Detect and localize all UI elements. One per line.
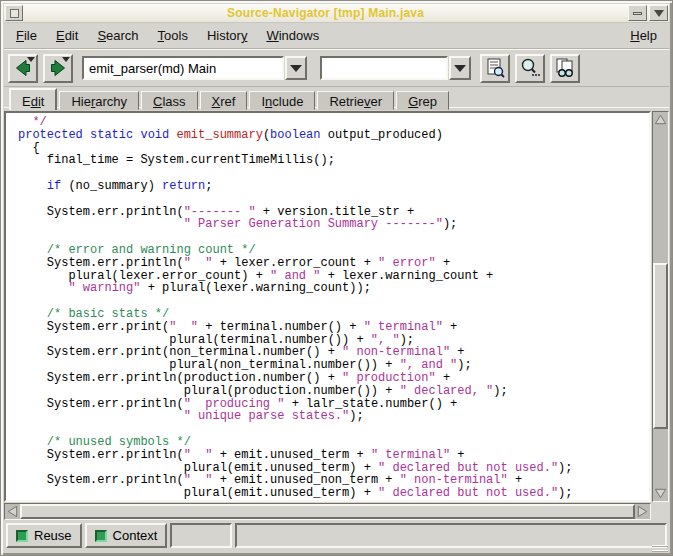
code-line: if (no_summary) return; xyxy=(18,180,649,193)
chevron-down-icon xyxy=(290,65,302,72)
search-combobox xyxy=(320,56,471,80)
source-navigator-window: Source-Navigator [tmp] Main.java FileEdi… xyxy=(0,0,673,556)
context-label: Context xyxy=(113,528,158,543)
tab-grep[interactable]: Grep xyxy=(396,91,449,110)
status-bar: Reuse Context xyxy=(4,520,669,552)
status-panel-message xyxy=(235,523,667,548)
window-menu-icon xyxy=(10,9,19,18)
mnemonic-underline: W xyxy=(266,28,278,43)
forward-history-caret-icon[interactable] xyxy=(62,57,70,62)
mnemonic-underline: v xyxy=(364,94,371,109)
symbol-combobox-button[interactable] xyxy=(285,56,307,80)
document-magnifier-icon xyxy=(484,57,506,79)
tab-class[interactable]: Class xyxy=(141,91,198,110)
mnemonic-underline: F xyxy=(16,28,24,43)
status-panel-line xyxy=(170,523,232,548)
reuse-checkbox-indicator xyxy=(16,530,28,542)
triangle-down-icon xyxy=(654,10,664,17)
minimize-icon xyxy=(633,12,642,15)
editor-view-button[interactable] xyxy=(480,54,510,83)
tab-xref[interactable]: Xref xyxy=(200,91,248,110)
mnemonic-underline: E xyxy=(56,28,65,43)
forward-button[interactable] xyxy=(43,54,73,83)
search-combobox-button[interactable] xyxy=(449,56,471,80)
tab-edit[interactable]: Edit xyxy=(9,88,57,110)
documents-binoculars-icon xyxy=(554,57,576,79)
vertical-scrollbar[interactable] xyxy=(652,111,669,502)
window-title: Source-Navigator [tmp] Main.java xyxy=(23,6,628,20)
symbol-combobox: emit_parser(md) Main xyxy=(82,56,307,80)
menu-tools[interactable]: Tools xyxy=(158,28,188,43)
editor-pane: */protected static void emit_summary(boo… xyxy=(4,111,669,502)
vertical-scroll-trough[interactable] xyxy=(653,127,668,486)
mnemonic-underline: X xyxy=(212,94,221,109)
mnemonic-underline: H xyxy=(630,28,639,43)
vertical-scroll-thumb[interactable] xyxy=(653,263,668,428)
back-button[interactable] xyxy=(8,54,38,83)
scroll-left-button[interactable] xyxy=(5,504,20,519)
mnemonic-underline: G xyxy=(408,94,418,109)
triangle-down-icon xyxy=(654,487,667,500)
code-line: final_time = System.currentTimeMillis(); xyxy=(18,154,649,167)
code-line: " Parser Generation Summary -------"); xyxy=(18,218,649,231)
search-button[interactable] xyxy=(515,54,545,83)
reuse-label: Reuse xyxy=(34,528,72,543)
symbol-combobox-entry[interactable]: emit_parser(md) Main xyxy=(82,56,284,80)
horizontal-scroll-thumb[interactable] xyxy=(20,504,635,519)
triangle-right-icon xyxy=(636,505,649,518)
triangle-left-icon xyxy=(6,505,19,518)
code-line: plural(emit.unused_term) + " declared bu… xyxy=(18,487,649,500)
search-combobox-entry[interactable] xyxy=(320,56,448,80)
menu-search[interactable]: Search xyxy=(97,28,138,43)
menu-history[interactable]: History xyxy=(207,28,247,43)
menu-bar: FileEditSearchToolsHistoryWindows Help xyxy=(4,23,669,49)
scroll-right-button[interactable] xyxy=(635,504,650,519)
scroll-down-button[interactable] xyxy=(653,486,668,501)
menu-windows[interactable]: Windows xyxy=(266,28,319,43)
reuse-toggle[interactable]: Reuse xyxy=(6,523,82,548)
tab-hierarchy[interactable]: Hierarchy xyxy=(59,91,139,110)
mnemonic-underline: C xyxy=(153,94,162,109)
mnemonic-underline: T xyxy=(158,28,165,43)
code-line: " warning" + plural(lexer.warning_count)… xyxy=(18,282,649,295)
code-line: protected static void emit_summary(boole… xyxy=(18,129,649,142)
minimize-button[interactable] xyxy=(628,5,647,21)
scroll-up-button[interactable] xyxy=(653,112,668,127)
context-toggle[interactable]: Context xyxy=(85,523,168,548)
mnemonic-underline: n xyxy=(265,94,272,109)
menu-edit[interactable]: Edit xyxy=(56,28,78,43)
chevron-down-icon xyxy=(454,65,466,72)
tab-include[interactable]: Include xyxy=(249,91,315,110)
resize-grip[interactable] xyxy=(652,545,668,552)
menu-file[interactable]: File xyxy=(16,28,37,43)
magnifier-icon xyxy=(519,57,541,79)
mnemonic-underline: di xyxy=(31,94,41,109)
title-bar: Source-Navigator [tmp] Main.java xyxy=(4,4,669,23)
tab-retriever[interactable]: Retriever xyxy=(317,91,394,110)
menu-help[interactable]: Help xyxy=(630,28,657,43)
horizontal-scrollbar[interactable] xyxy=(4,503,651,520)
maximize-menu-button[interactable] xyxy=(649,5,668,21)
code-editor[interactable]: */protected static void emit_summary(boo… xyxy=(4,111,651,502)
view-tabbar: EditHierarchyClassXrefIncludeRetrieverGr… xyxy=(4,87,669,110)
triangle-up-icon xyxy=(654,113,667,126)
back-history-caret-icon[interactable] xyxy=(27,57,35,62)
window-menu-button[interactable] xyxy=(5,5,23,21)
context-checkbox-indicator xyxy=(95,530,107,542)
code-line: " unique parse states."); xyxy=(18,410,649,423)
retriever-button[interactable] xyxy=(550,54,580,83)
mnemonic-underline: S xyxy=(97,28,106,43)
mnemonic-underline: y xyxy=(241,28,248,43)
mnemonic-underline: r xyxy=(91,94,95,109)
toolbar: emit_parser(md) Main xyxy=(4,49,669,87)
